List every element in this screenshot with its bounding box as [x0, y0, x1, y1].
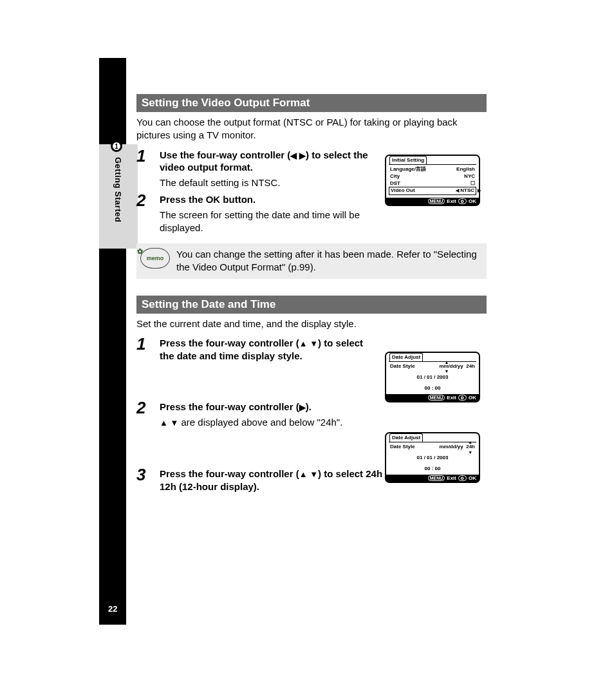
down-arrow-icon: ▼: [468, 449, 472, 455]
step-number: 2: [136, 192, 160, 209]
step-title-text: Press the four-way controller (: [160, 468, 299, 479]
step-title-text: Press the OK button.: [160, 193, 372, 206]
chapter-number: 1: [113, 142, 120, 150]
lcd-tab: Date Adjust: [389, 433, 423, 442]
chapter-bullet: 1: [111, 140, 122, 152]
lcd-selected-row: Video Out ◀ NTSC ▶: [389, 187, 476, 195]
lcd-ok: OK: [469, 395, 476, 401]
step-title-text: Press the four-way controller (: [160, 337, 299, 348]
chapter-title: Getting Started: [113, 157, 123, 222]
down-arrow-icon: ▼: [444, 368, 449, 374]
step-title-text: ).: [306, 401, 312, 412]
menu-badge: MENU: [428, 475, 445, 481]
lcd-ok: OK: [469, 198, 476, 204]
lcd-tab: Initial Setting: [389, 156, 427, 164]
menu-badge: MENU: [428, 395, 445, 401]
ok-badge: ⭘: [458, 198, 467, 204]
lcd-tab: Date Adjust: [389, 353, 423, 361]
step-desc: are displayed above and below "24h".: [178, 417, 342, 428]
lcd-exit: Exit: [447, 395, 456, 401]
step-number: 1: [136, 336, 160, 352]
section1-intro: You can choose the output format (NTSC o…: [136, 116, 484, 142]
up-arrow-icon: ▲: [444, 359, 449, 365]
step-number: 2: [136, 399, 160, 416]
lcd-ok: OK: [469, 475, 476, 481]
up-down-arrow-icon: ▲ ▼: [160, 418, 178, 428]
step-title-text: Press the four-way controller (: [160, 401, 299, 412]
checkbox-icon: ☐: [470, 180, 475, 187]
lcd-exit: Exit: [447, 198, 456, 204]
up-down-arrow-icon: ▲ ▼: [299, 339, 318, 348]
ok-badge: ⭘: [458, 395, 467, 401]
section2-intro: Set the current date and time, and the d…: [136, 317, 484, 330]
right-arrow-icon: ▶: [478, 187, 481, 193]
lcd-exit: Exit: [447, 475, 456, 481]
section-heading-date-time: Setting the Date and Time: [136, 296, 487, 314]
step-title-text: Use the four-way controller (: [160, 149, 290, 160]
up-down-arrow-icon: ▲ ▼: [299, 469, 318, 479]
up-arrow-icon: ▲: [468, 439, 472, 445]
memo-icon: ✿memo: [140, 248, 170, 269]
lcd-date-adjust-2: Date Adjust Date Style mm/dd/yy ▲ 24h ▼ …: [385, 432, 480, 483]
memo-text: You can change the setting after it has …: [176, 248, 483, 274]
memo-box: ✿memo You can change the setting after i…: [136, 243, 487, 279]
lcd-initial-setting: Initial Setting Language/言語English CityN…: [385, 155, 480, 206]
step-desc: The default setting is NTSC.: [160, 176, 372, 189]
section-heading-video-output: Setting the Video Output Format: [136, 94, 487, 112]
step-number: 1: [136, 147, 160, 164]
right-arrow-icon: ▶: [299, 402, 306, 412]
left-arrow-icon: ◀: [456, 188, 459, 193]
page-number: 22: [108, 604, 117, 614]
step-desc: The screen for setting the date and time…: [160, 209, 372, 235]
menu-badge: MENU: [428, 198, 445, 204]
lcd-date-adjust-1: Date Adjust Date Style ▲ mm/dd/yy ▼ 24h …: [385, 352, 480, 402]
left-right-arrow-icon: ◀ ▶: [290, 151, 306, 160]
section2-step2: 2 Press the four-way controller (▶). ▲ ▼…: [136, 401, 497, 429]
ok-badge: ⭘: [458, 475, 467, 481]
step-number: 3: [136, 466, 160, 483]
